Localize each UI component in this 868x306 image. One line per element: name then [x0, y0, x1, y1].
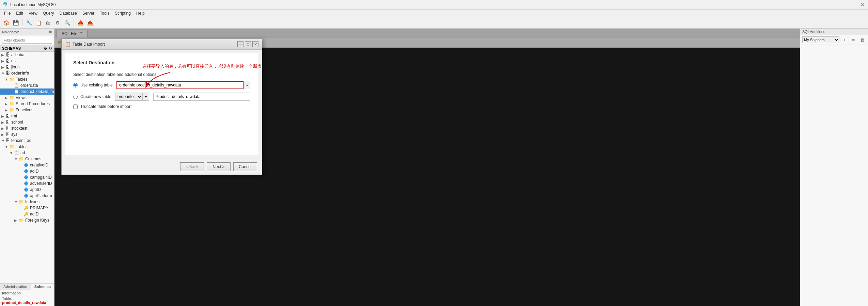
- new-table-btn[interactable]: 📋: [34, 19, 43, 27]
- tree-label: PRIMARY: [30, 206, 48, 210]
- modal-footer: < Back Next > Cancel: [62, 159, 262, 175]
- schemas-refresh-icon[interactable]: ↻: [49, 46, 52, 51]
- create-new-radio[interactable]: [73, 95, 78, 99]
- menu-database[interactable]: Database: [57, 10, 80, 16]
- snippets-select[interactable]: My Snippets: [802, 36, 839, 43]
- col-appID[interactable]: 🔷 appID: [0, 187, 54, 193]
- export-btn[interactable]: 📤: [86, 19, 94, 27]
- col-appPlatform[interactable]: 🔷 appPlatform: [0, 193, 54, 199]
- import-btn[interactable]: 📥: [76, 19, 84, 27]
- folder-views[interactable]: ▶ 📁 Views: [0, 95, 54, 101]
- new-view-btn[interactable]: 🗂: [44, 19, 52, 27]
- modal-titlebar: 📋 Table Data Import — □ ✕: [62, 39, 262, 50]
- menu-scripting[interactable]: Scripting: [112, 10, 133, 16]
- tree-label: orderinfo: [11, 71, 29, 76]
- truncate-checkbox[interactable]: [73, 104, 78, 109]
- menu-server[interactable]: Server: [80, 10, 97, 16]
- use-existing-input[interactable]: [116, 81, 243, 89]
- schema-icon: 🗄: [6, 132, 10, 137]
- tree-label: tencent_ad: [11, 138, 31, 143]
- chevron-right-icon: ▶: [1, 59, 5, 63]
- main-toolbar: 🏠 💾 🔧 📋 🗂 ⚙ 🔍 📥 📤: [0, 17, 868, 29]
- modal-maximize-btn[interactable]: □: [245, 41, 251, 47]
- tables-icon: 📁: [9, 77, 14, 82]
- back-button[interactable]: < Back: [180, 162, 204, 171]
- folder-functions[interactable]: ▶ 📁 Functions: [0, 107, 54, 113]
- column-icon: 🔷: [23, 193, 29, 198]
- folder-tables[interactable]: ▼ 📁 Tables: [0, 76, 54, 82]
- folder-indexes[interactable]: ▼ 📁 Indexes: [0, 199, 54, 205]
- modal-close-btn[interactable]: ✕: [252, 41, 258, 47]
- menu-query[interactable]: Query: [40, 10, 57, 16]
- home-btn[interactable]: 🏠: [2, 19, 10, 27]
- schema-tencent-ad[interactable]: ▼ 🗄 tencent_ad: [0, 138, 54, 144]
- tree-label: Tables: [16, 77, 28, 82]
- schema-jixun[interactable]: ▶ 🗄 jixun: [0, 64, 54, 70]
- schema-icon: 🗄: [6, 114, 10, 118]
- schema-sys[interactable]: ▶ 🗄 sys: [0, 131, 54, 138]
- schemas-gear-icon[interactable]: ⚙: [44, 46, 47, 51]
- expand-icon[interactable]: ⊞: [49, 30, 52, 34]
- use-existing-radio[interactable]: [73, 83, 78, 87]
- snippets-edit-btn[interactable]: ✏: [850, 36, 857, 44]
- close-icon[interactable]: ✕: [860, 2, 865, 7]
- new-table-name-input[interactable]: [153, 93, 250, 101]
- schema-icon: 🗄: [6, 65, 10, 69]
- folder-stored-procs[interactable]: ▶ 📁 Stored Procedures: [0, 101, 54, 107]
- chevron-down-icon: ▼: [14, 200, 18, 204]
- chevron-down-icon: ▼: [5, 145, 8, 149]
- tree-label: campgainID: [30, 175, 52, 180]
- menu-help[interactable]: Help: [133, 10, 147, 16]
- snippets-add-btn[interactable]: +: [841, 36, 848, 44]
- connections-btn[interactable]: 💾: [12, 19, 20, 27]
- col-adID[interactable]: 🔷 adID: [0, 168, 54, 174]
- snippets-del-btn[interactable]: 🗑: [858, 36, 866, 44]
- table-orderdata[interactable]: 📋 orderdata: [0, 82, 54, 88]
- chevron-right-icon: ▶: [1, 133, 5, 136]
- cancel-button[interactable]: Cancel: [233, 162, 257, 171]
- menu-edit[interactable]: Edit: [13, 10, 26, 16]
- chevron-right-icon: ▶: [5, 96, 8, 100]
- next-button[interactable]: Next >: [207, 162, 231, 171]
- tree-label: school: [11, 120, 23, 125]
- new-proc-btn[interactable]: ⚙: [53, 19, 62, 27]
- chevron-down-icon: ▼: [1, 139, 5, 143]
- schema-orderinfo[interactable]: ▼ 🗄 orderinfo: [0, 70, 54, 76]
- new-schema-btn[interactable]: 🔧: [25, 19, 33, 27]
- menu-file[interactable]: File: [1, 10, 13, 16]
- menu-view[interactable]: View: [26, 10, 40, 16]
- column-icon: 🔷: [23, 175, 29, 180]
- folder-tencent-tables[interactable]: ▼ 📁 Tables: [0, 144, 54, 150]
- table-icon: 📋: [14, 83, 19, 88]
- menu-tools[interactable]: Tools: [97, 10, 112, 16]
- schema-dropdown-btn[interactable]: ▾: [142, 93, 149, 101]
- indexes-icon: 📁: [19, 199, 24, 204]
- schema-ds[interactable]: ▶ 🗄 ds: [0, 58, 54, 64]
- modal-title: Table Data Import: [73, 42, 237, 47]
- col-campgainID[interactable]: 🔷 campgainID: [0, 174, 54, 180]
- new-schema-select[interactable]: orderinfo: [115, 93, 142, 101]
- spacer: [19, 188, 22, 192]
- search-btn[interactable]: 🔍: [63, 19, 71, 27]
- filter-input[interactable]: [2, 37, 52, 44]
- schema-stocktest[interactable]: ▶ 🗄 stocktest: [0, 125, 54, 131]
- use-existing-dropdown-btn[interactable]: ▾: [243, 81, 250, 89]
- create-new-row: Create new table: orderinfo ▾ .: [73, 93, 250, 101]
- col-advertiserID[interactable]: 🔷 advertiserID: [0, 180, 54, 187]
- tree-label: Tables: [16, 144, 28, 149]
- tab-schemas[interactable]: Schemas: [31, 284, 54, 290]
- folder-columns[interactable]: ▼ 📁 Columns: [0, 156, 54, 162]
- modal-minimize-btn[interactable]: —: [237, 41, 243, 47]
- right-panel-header: SQLAdditions: [800, 29, 868, 35]
- schema-school[interactable]: ▶ 🗄 school: [0, 119, 54, 125]
- idx-primary[interactable]: 🔑 PRIMARY: [0, 205, 54, 211]
- schema-alibaba[interactable]: ▶ 🗄 alibaba: [0, 52, 54, 58]
- column-icon: 🔷: [23, 181, 29, 186]
- col-creativeID[interactable]: 🔷 creativeID: [0, 162, 54, 168]
- table-product-details-raw[interactable]: 📋 product_details_raw: [0, 88, 54, 95]
- schema-rmf[interactable]: ▶ 🗄 rmf: [0, 113, 54, 119]
- table-ad[interactable]: ▼ 📋 ad: [0, 150, 54, 156]
- idx-adID[interactable]: 🔑 adID: [0, 211, 54, 217]
- folder-fk[interactable]: ▶ 📁 Foreign Keys: [0, 217, 54, 223]
- tab-administration[interactable]: Administration: [0, 284, 31, 290]
